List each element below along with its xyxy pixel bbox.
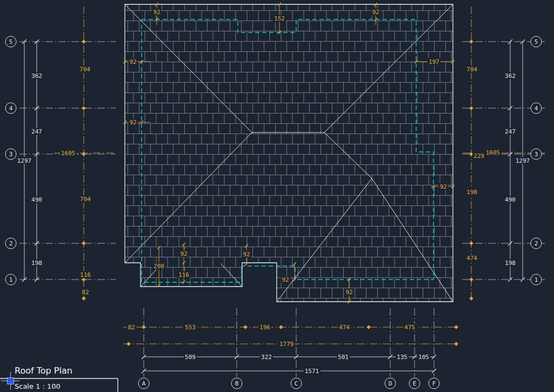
dim-label-bottom-chain: 135 bbox=[396, 354, 409, 361]
grid-bubble-B[interactable]: B bbox=[231, 378, 243, 389]
dim-label-wing-dims: 116 bbox=[177, 271, 190, 278]
dim-label-right-chain: 490 bbox=[504, 196, 517, 203]
dim-label-wing-dims: 92 bbox=[242, 251, 251, 258]
grid-bubble-5[interactable]: 5 bbox=[531, 36, 542, 48]
grid-bubble-1[interactable]: 1 bbox=[5, 274, 17, 285]
grid-bubble-1[interactable]: 1 bbox=[531, 274, 542, 285]
dim-label-bottom-orange-chain: 475 bbox=[403, 324, 416, 331]
dim-label-left-chain: 362 bbox=[30, 72, 43, 79]
grid-bubble-4[interactable]: 4 bbox=[531, 103, 542, 114]
dim-label-bottom-orange-chain: 82 bbox=[126, 324, 136, 331]
grid-bubble-2[interactable]: 2 bbox=[531, 238, 542, 249]
cad-viewport[interactable]: 3622474901981297362247490198129750932250… bbox=[0, 0, 554, 392]
grid-bubble-4[interactable]: 4 bbox=[5, 103, 17, 114]
dim-label-left-chain: 490 bbox=[30, 196, 43, 203]
dim-label-right-orange-chain: 474 bbox=[465, 255, 478, 262]
dim-label-left-overall: 1297 bbox=[16, 157, 33, 164]
dim-label-right-chain: 362 bbox=[504, 72, 517, 79]
dim-label-right-orange-chain: 198 bbox=[465, 189, 478, 196]
drawing-scale: Scale 1 : 100 bbox=[15, 382, 61, 390]
dim-label-top-eave: 92 bbox=[152, 9, 161, 16]
grid-bubble-3[interactable]: 3 bbox=[5, 149, 17, 160]
dim-label-right-eave: 92 bbox=[438, 183, 448, 190]
dim-label-left-orange-chain: 1605 bbox=[60, 150, 77, 157]
drawing-title: Roof Top Plan bbox=[15, 366, 72, 376]
dim-label-bottom-overall: 1571 bbox=[304, 368, 321, 375]
dim-label-wing-dims: 208 bbox=[152, 263, 165, 270]
dim-label-top-eave: 92 bbox=[371, 9, 380, 16]
dim-label-bottom-orange-chain: 474 bbox=[338, 324, 351, 331]
dim-label-right-eave: 197 bbox=[428, 58, 440, 65]
dim-label-right-orange-chain: 1605 bbox=[485, 149, 502, 156]
dim-label-left-orange-chain: 82 bbox=[81, 289, 90, 296]
dim-label-right-overall: 1297 bbox=[515, 157, 531, 164]
dim-label-top-eave: 152 bbox=[273, 15, 286, 22]
grid-bubble-3[interactable]: 3 bbox=[531, 149, 542, 160]
dim-label-bottom-chain: 322 bbox=[260, 354, 273, 361]
dim-label-right-orange-chain: 704 bbox=[465, 66, 478, 73]
dim-label-bottom-orange-overall: 1779 bbox=[278, 341, 295, 348]
grid-bubble-2[interactable]: 2 bbox=[5, 238, 17, 249]
dim-label-bottom-chain: 105 bbox=[417, 354, 430, 361]
dim-label-bottom-orange-chain: 553 bbox=[184, 324, 197, 331]
dim-label-left-orange-chain: 704 bbox=[79, 196, 92, 203]
dim-label-right-orange-chain: 229 bbox=[472, 152, 485, 160]
grid-bubble-D[interactable]: D bbox=[385, 378, 396, 389]
grid-bubble-5[interactable]: 5 bbox=[5, 36, 17, 48]
grid-bubble-E[interactable]: E bbox=[409, 378, 420, 389]
dim-label-right-chain: 198 bbox=[504, 260, 517, 267]
dim-label-left-eave: 92 bbox=[128, 119, 137, 126]
dim-label-right-chain: 247 bbox=[504, 128, 517, 135]
dim-label-left-chain: 198 bbox=[30, 260, 43, 267]
dim-label-wing-dims: 92 bbox=[179, 250, 188, 257]
dim-label-bottom-orange-chain: 196 bbox=[258, 324, 271, 331]
dim-label-left-eave: 92 bbox=[128, 58, 137, 65]
dim-label-bottom-chain: 501 bbox=[337, 354, 350, 361]
annotation-layer: 3622474901981297362247490198129750932250… bbox=[0, 0, 554, 392]
grid-bubble-A[interactable]: A bbox=[138, 378, 150, 389]
grid-bubble-C[interactable]: C bbox=[291, 378, 302, 389]
dim-label-left-orange-chain: 704 bbox=[78, 66, 91, 73]
dim-label-left-orange-chain: 116 bbox=[79, 271, 92, 278]
grid-bubble-F[interactable]: F bbox=[429, 378, 440, 389]
dim-label-left-chain: 247 bbox=[30, 128, 43, 135]
dim-label-bottom-eave: 92 bbox=[344, 289, 353, 296]
dim-label-bottom-eave: 92 bbox=[281, 276, 290, 283]
dim-label-bottom-chain: 509 bbox=[184, 354, 197, 361]
